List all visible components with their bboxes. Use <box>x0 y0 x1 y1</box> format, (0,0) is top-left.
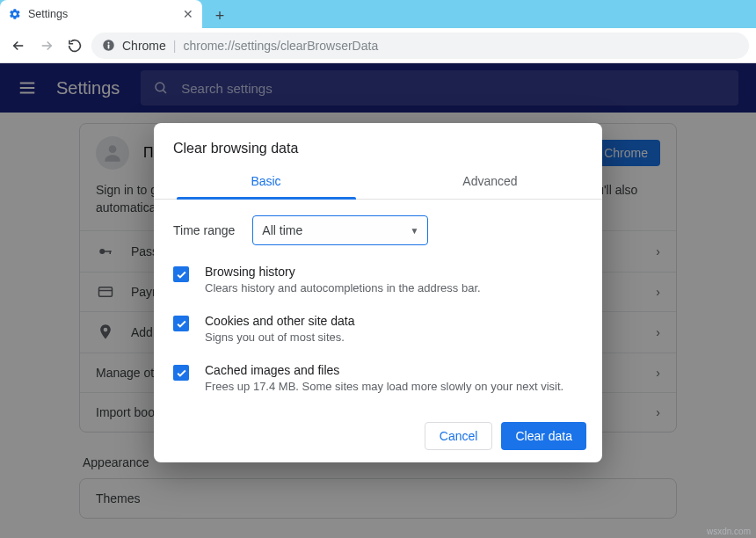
dialog-tabs: Basic Advanced <box>154 164 602 200</box>
tab-basic[interactable]: Basic <box>154 164 378 199</box>
clear-browsing-data-dialog: Clear browsing data Basic Advanced Time … <box>154 123 602 462</box>
site-info-icon[interactable] <box>102 39 115 52</box>
arrow-left-icon <box>11 38 26 54</box>
dialog-body: Time range All time ▼ Browsing history C… <box>154 200 602 417</box>
gear-icon <box>9 8 21 20</box>
check-title: Cached images and files <box>205 363 563 377</box>
check-cached: Cached images and files Frees up 17.4 MB… <box>173 363 583 395</box>
time-range-select[interactable]: All time ▼ <box>252 215 428 245</box>
reload-icon <box>67 38 83 54</box>
check-desc: Clears history and autocompletions in th… <box>205 280 481 296</box>
check-icon <box>176 269 187 280</box>
check-desc: Frees up 17.4 MB. Some sites may load mo… <box>205 379 563 395</box>
omnibox-url: chrome://settings/clearBrowserData <box>183 39 378 53</box>
browser-toolbar: Chrome | chrome://settings/clearBrowserD… <box>0 28 756 63</box>
omnibox-separator: | <box>173 39 177 53</box>
cancel-button[interactable]: Cancel <box>425 422 493 450</box>
omnibox-prefix: Chrome <box>122 39 166 53</box>
omnibox[interactable]: Chrome | chrome://settings/clearBrowserD… <box>91 33 749 59</box>
check-text: Cookies and other site data Signs you ou… <box>205 314 354 345</box>
watermark: wsxdn.com <box>707 527 751 536</box>
checkbox-cached[interactable] <box>173 365 189 381</box>
checkbox-browsing-history[interactable] <box>173 266 189 282</box>
tab-title: Settings <box>28 8 68 20</box>
arrow-right-icon <box>39 38 55 54</box>
svg-point-1 <box>108 42 110 44</box>
browser-tab[interactable]: Settings ✕ <box>0 0 202 28</box>
checkbox-cookies[interactable] <box>173 316 189 331</box>
tab-strip: Settings ✕ + <box>0 0 756 28</box>
check-desc: Signs you out of most sites. <box>205 330 354 345</box>
check-cookies: Cookies and other site data Signs you ou… <box>173 314 583 345</box>
svg-rect-2 <box>108 44 110 48</box>
forward-button[interactable] <box>35 34 58 57</box>
check-icon <box>176 367 187 379</box>
check-icon <box>176 318 187 330</box>
new-tab-button[interactable]: + <box>207 4 232 28</box>
check-text: Cached images and files Frees up 17.4 MB… <box>205 363 563 395</box>
time-range-label: Time range <box>173 223 235 237</box>
dialog-title: Clear browsing data <box>154 123 602 164</box>
time-range-value: All time <box>262 223 302 237</box>
check-text: Browsing history Clears history and auto… <box>205 265 481 296</box>
dialog-actions: Cancel Clear data <box>154 417 602 450</box>
back-button[interactable] <box>7 34 30 57</box>
check-title: Browsing history <box>205 265 481 279</box>
close-tab-icon[interactable]: ✕ <box>183 7 193 21</box>
time-range-row: Time range All time ▼ <box>173 215 583 245</box>
tab-advanced[interactable]: Advanced <box>378 164 602 199</box>
chevron-down-icon: ▼ <box>410 226 418 236</box>
reload-button[interactable] <box>63 34 86 57</box>
clear-data-button[interactable]: Clear data <box>501 422 586 450</box>
check-title: Cookies and other site data <box>205 314 354 328</box>
check-browsing-history: Browsing history Clears history and auto… <box>173 265 583 296</box>
